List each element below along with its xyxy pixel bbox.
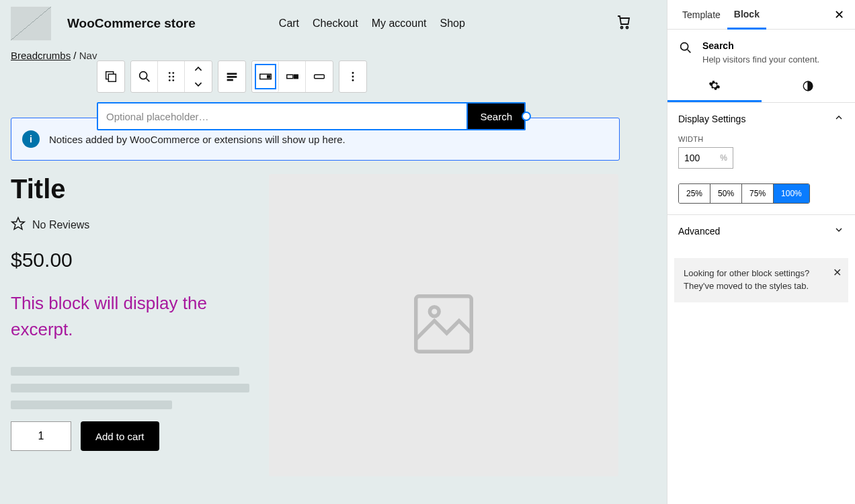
svg-point-7 <box>172 72 174 74</box>
svg-point-0 <box>620 27 622 29</box>
svg-point-11 <box>172 79 174 81</box>
product-title[interactable]: Title <box>11 174 253 204</box>
info-icon: i <box>22 130 40 148</box>
product-image-placeholder[interactable] <box>269 174 618 476</box>
reviews-text: No Reviews <box>32 219 89 231</box>
svg-rect-16 <box>267 75 270 78</box>
styles-hint: Looking for other block settings? They'v… <box>674 258 848 302</box>
svg-point-22 <box>352 79 354 81</box>
drag-handle-icon[interactable] <box>158 61 185 92</box>
width-presets: 25% 50% 75% 100% <box>678 183 810 204</box>
move-up-down-icon[interactable] <box>185 61 212 92</box>
sidebar-subtabs <box>667 73 855 103</box>
chevron-up-icon <box>833 112 844 126</box>
svg-line-5 <box>146 79 149 82</box>
preset-100[interactable]: 100% <box>774 184 809 203</box>
block-description: Help visitors find your content. <box>702 54 819 66</box>
svg-rect-17 <box>286 75 292 79</box>
search-input[interactable] <box>97 102 468 130</box>
svg-rect-14 <box>227 79 233 81</box>
search-block[interactable]: Search <box>97 102 526 130</box>
product-excerpt[interactable]: This block will display the excerpt. <box>11 290 253 343</box>
notice-text: Notices added by WooCommerce or extensio… <box>49 134 345 145</box>
button-only-icon[interactable] <box>306 61 333 92</box>
tab-template[interactable]: Template <box>676 0 727 30</box>
svg-point-8 <box>168 76 170 78</box>
breadcrumb-link[interactable]: Breadcrumbs <box>11 50 71 61</box>
svg-point-21 <box>352 76 354 78</box>
svg-point-1 <box>626 27 628 29</box>
nav-my-account[interactable]: My account <box>372 17 427 30</box>
styles-subtab[interactable] <box>762 73 856 102</box>
styles-icon <box>802 80 814 95</box>
display-settings-body: WIDTH 100 % 25% 50% 75% 100% <box>667 135 855 214</box>
advanced-panel[interactable]: Advanced <box>667 215 855 247</box>
align-button[interactable] <box>218 61 245 92</box>
settings-subtab[interactable] <box>667 73 762 102</box>
svg-line-27 <box>688 50 691 53</box>
svg-point-4 <box>139 72 147 79</box>
display-settings-panel[interactable]: Display Settings <box>667 103 855 135</box>
search-button[interactable]: Search <box>468 102 526 130</box>
svg-rect-18 <box>294 75 298 79</box>
search-block-icon[interactable] <box>131 61 158 92</box>
site-header: WooCommerce store Cart Checkout My accou… <box>0 0 667 47</box>
button-position-inside-icon[interactable] <box>252 61 279 92</box>
block-toolbar <box>97 60 367 93</box>
chevron-down-icon <box>833 224 844 238</box>
parent-block-button[interactable] <box>97 61 124 92</box>
skeleton-line <box>11 384 249 392</box>
svg-rect-19 <box>315 75 325 79</box>
site-title[interactable]: WooCommerce store <box>67 16 196 31</box>
width-label: WIDTH <box>678 135 844 143</box>
close-icon[interactable]: ✕ <box>833 265 842 280</box>
skeleton-line <box>11 401 172 409</box>
nav-cart[interactable]: Cart <box>279 17 299 30</box>
close-sidebar-icon[interactable]: ✕ <box>831 5 847 25</box>
preset-75[interactable]: 75% <box>742 184 774 203</box>
more-options-icon[interactable] <box>339 61 366 92</box>
svg-rect-13 <box>227 76 237 78</box>
svg-point-26 <box>681 43 688 50</box>
search-icon <box>678 40 693 58</box>
add-to-cart-row: Add to cart <box>11 421 253 451</box>
sidebar-tabs: Template Block ✕ <box>667 0 855 30</box>
quantity-input[interactable] <box>11 421 71 451</box>
nav-checkout[interactable]: Checkout <box>313 17 358 30</box>
editor-canvas: WooCommerce store Cart Checkout My accou… <box>0 0 667 504</box>
image-placeholder-icon <box>407 287 481 364</box>
skeleton-line <box>11 367 239 376</box>
add-to-cart-button[interactable]: Add to cart <box>81 421 159 451</box>
breadcrumb-current: Nav <box>79 50 97 61</box>
svg-point-9 <box>172 76 174 78</box>
cart-icon[interactable] <box>616 14 632 33</box>
gear-icon <box>708 79 721 94</box>
svg-point-10 <box>168 79 170 81</box>
svg-marker-23 <box>12 218 24 229</box>
resize-handle[interactable] <box>522 112 531 121</box>
product-price[interactable]: $50.00 <box>11 249 253 271</box>
preset-25[interactable]: 25% <box>679 184 710 203</box>
svg-point-20 <box>352 72 354 74</box>
reviews-row[interactable]: No Reviews <box>11 216 253 234</box>
preset-50[interactable]: 50% <box>710 184 742 203</box>
site-logo-placeholder[interactable] <box>11 7 51 40</box>
block-name: Search <box>702 40 819 51</box>
main-nav: Cart Checkout My account Shop <box>279 17 465 30</box>
svg-rect-12 <box>227 73 237 75</box>
svg-rect-3 <box>108 74 116 81</box>
nav-shop[interactable]: Shop <box>440 17 464 30</box>
svg-point-25 <box>430 307 439 317</box>
tab-block[interactable]: Block <box>727 0 766 30</box>
svg-point-6 <box>168 72 170 74</box>
block-info: Search Help visitors find your content. <box>667 30 855 73</box>
settings-sidebar: Template Block ✕ Search Help visitors fi… <box>667 0 855 504</box>
star-icon <box>11 216 26 234</box>
product-area: Title No Reviews $50.00 This block will … <box>0 161 667 490</box>
button-with-label-icon[interactable] <box>279 61 306 92</box>
width-input[interactable]: 100 % <box>678 147 733 169</box>
